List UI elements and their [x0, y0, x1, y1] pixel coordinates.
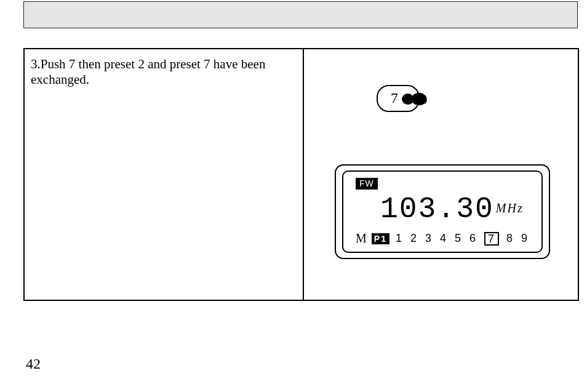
preset-row: M P1 123456789 — [356, 231, 529, 246]
instruction-text: 3.Push 7 then preset 2 and preset 7 have… — [31, 57, 289, 87]
band-indicator: FW — [356, 178, 378, 190]
preset-5: 5 — [455, 232, 462, 246]
preset-list: 123456789 — [396, 232, 529, 246]
frequency-unit: MHz — [496, 201, 524, 215]
preset-2: 2 — [410, 232, 418, 246]
instruction-panel: 3.Push 7 then preset 2 and preset 7 have… — [23, 48, 579, 301]
memory-indicator: M — [356, 231, 368, 246]
header-bar — [23, 1, 578, 28]
preset-8: 8 — [506, 232, 514, 246]
button-label: 7 — [391, 90, 398, 106]
page-number: 42 — [26, 356, 41, 372]
preset-3: 3 — [425, 232, 433, 246]
page-indicator: P1 — [372, 233, 389, 244]
button-illustration: 7 ) — [377, 85, 420, 112]
preset-7-button[interactable]: 7 — [377, 85, 420, 112]
lcd-display: FW 103.30MHz M P1 123456789 — [335, 164, 550, 259]
lcd-inner: FW 103.30MHz M P1 123456789 — [342, 170, 543, 253]
preset-4: 4 — [440, 232, 447, 246]
preset-1: 1 — [396, 232, 403, 246]
frequency-value: 103.30 — [380, 193, 494, 226]
illustration-area: 7 ) FW 103.30MHz — [304, 49, 578, 300]
frequency-readout: 103.30MHz — [380, 193, 524, 226]
preset-7: 7 — [484, 232, 499, 246]
preset-9: 9 — [521, 232, 529, 246]
press-motion-icon: ) — [424, 94, 427, 105]
preset-6: 6 — [469, 232, 477, 246]
